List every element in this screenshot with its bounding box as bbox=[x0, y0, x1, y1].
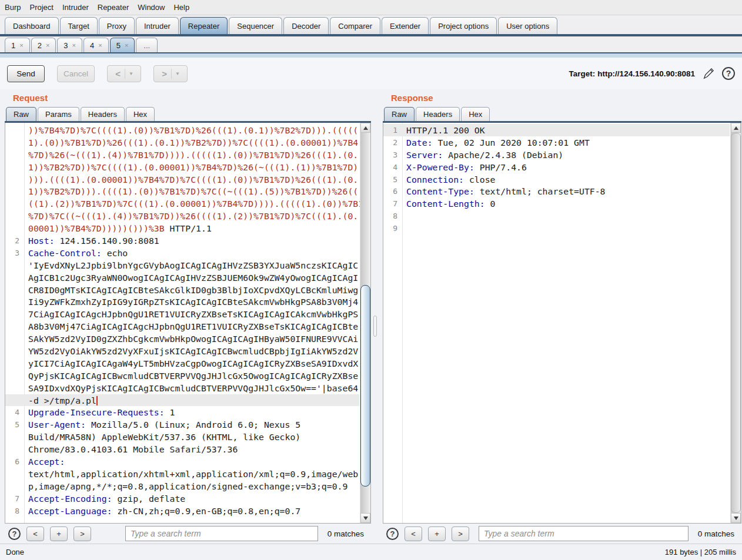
editor-line: 'IyEvdXNyL2Jpbi9lbnYgcGVybAogICAgICAgIHV… bbox=[5, 259, 359, 271]
repeater-tab-3[interactable]: 3× bbox=[57, 38, 82, 52]
line-text: ))).((((1).(0.00001))%7B4%7D)%7C((((1).(… bbox=[24, 175, 358, 185]
search-next-button[interactable]: > bbox=[73, 527, 91, 541]
line-text: Content-Type: text/html; charset=UTF-8 bbox=[402, 186, 606, 196]
repeater-tab-4[interactable]: 4× bbox=[83, 38, 109, 52]
tab-project-options[interactable]: Project options bbox=[430, 17, 497, 34]
scroll-up-button[interactable] bbox=[731, 123, 741, 133]
line-text: 'IyEvdXNyL2Jpbi9lbnYgcGVybAogICAgICAgIHV… bbox=[24, 260, 358, 270]
request-search-input[interactable] bbox=[125, 526, 318, 541]
tab-proxy[interactable]: Proxy bbox=[99, 17, 135, 34]
line-text: yICI7CiAgICAgICAgaW4yLT5mbHVzaCgpOwogICA… bbox=[24, 358, 358, 368]
response-search-input[interactable] bbox=[479, 526, 688, 541]
response-title: Response bbox=[383, 89, 741, 106]
search-prev-button[interactable]: < bbox=[405, 527, 422, 541]
editor-tab-hex[interactable]: Hex bbox=[461, 107, 490, 121]
editor-line: 6Content-Type: text/html; charset=UTF-8 bbox=[383, 185, 730, 197]
close-tab-icon[interactable]: × bbox=[125, 42, 128, 49]
search-next-button[interactable]: > bbox=[452, 527, 469, 541]
search-prev-button[interactable]: < bbox=[26, 527, 44, 541]
line-text: YW5zd2VyOiAkYW5zd2VyXFxuIjsKICAgICAgICBw… bbox=[24, 346, 358, 356]
editor-line: A8b3V0Mj47CiAgICAgICAgcHJpbnQgU1RET1VUIC… bbox=[5, 320, 359, 333]
search-add-button[interactable]: + bbox=[428, 527, 446, 541]
repeater-tab-label: 5 bbox=[116, 41, 121, 50]
request-match-count: 0 matches bbox=[324, 529, 367, 538]
tab-repeater[interactable]: Repeater bbox=[180, 17, 228, 34]
panel-divider[interactable] bbox=[371, 89, 379, 544]
line-number: 2 bbox=[5, 236, 24, 245]
next-request-button[interactable]: > ▼ bbox=[153, 65, 188, 82]
menu-intruder[interactable]: Intruder bbox=[62, 3, 89, 12]
editor-tab-headers[interactable]: Headers bbox=[416, 107, 460, 121]
scrollbar-thumb[interactable] bbox=[360, 285, 370, 487]
line-text: X-Powered-By: PHP/7.4.6 bbox=[402, 162, 527, 172]
repeater-tab-label: 1 bbox=[11, 41, 15, 50]
line-text: Content-Length: 0 bbox=[402, 199, 495, 209]
scrollbar-track[interactable] bbox=[360, 133, 370, 513]
send-button[interactable]: Send bbox=[7, 65, 45, 82]
editor-line: text/html,application/xhtml+xml,applicat… bbox=[5, 468, 359, 480]
new-repeater-tab[interactable]: ... bbox=[136, 38, 158, 52]
chevron-down-icon: ▼ bbox=[172, 71, 183, 76]
editor-tab-headers[interactable]: Headers bbox=[81, 107, 125, 121]
cancel-button[interactable]: Cancel bbox=[57, 65, 95, 82]
scroll-down-button[interactable] bbox=[731, 513, 741, 523]
menu-bar: BurpProjectIntruderRepeaterWindowHelp bbox=[0, 0, 742, 15]
edit-target-button[interactable] bbox=[702, 67, 715, 80]
tab-extender[interactable]: Extender bbox=[382, 17, 429, 34]
editor-line: 00001))%7B4%7D)))))()))%3B HTTP/1.1 bbox=[5, 222, 359, 234]
request-scrollbar[interactable] bbox=[360, 123, 370, 523]
target-url-label: Target: http://124.156.140.90:8081 bbox=[569, 69, 695, 78]
menu-help[interactable]: Help bbox=[173, 3, 189, 12]
tab-dashboard[interactable]: Dashboard bbox=[5, 17, 59, 34]
request-editor-lines: ))%7B4%7D)%7C((((1).(0))%7B1%7D)%26(((1)… bbox=[5, 124, 359, 523]
menu-burp[interactable]: Burp bbox=[5, 3, 21, 12]
scroll-up-button[interactable] bbox=[360, 123, 370, 133]
tab-user-options[interactable]: User options bbox=[498, 17, 557, 34]
request-search-bar: ? < + > 0 matches bbox=[5, 524, 371, 544]
line-text: User-Agent: Mozilla/5.0 (Linux; Android … bbox=[24, 420, 300, 430]
close-tab-icon[interactable]: × bbox=[98, 42, 102, 49]
close-tab-icon[interactable]: × bbox=[46, 42, 49, 49]
menu-window[interactable]: Window bbox=[138, 3, 165, 12]
scroll-down-button[interactable] bbox=[360, 513, 370, 523]
tab-target[interactable]: Target bbox=[60, 17, 98, 34]
editor-line: SA9IDxvdXQyPjsKICAgICAgICBwcmludCBTVERPV… bbox=[5, 382, 359, 394]
main-tab-bar: DashboardTargetProxyIntruderRepeaterSequ… bbox=[0, 15, 742, 34]
editor-tab-raw[interactable]: Raw bbox=[6, 107, 36, 121]
editor-tab-raw[interactable]: Raw bbox=[384, 107, 415, 121]
line-text: ((1).(2))%7B1%7D)%7C(((1).(0.00001))%7B4… bbox=[24, 199, 363, 209]
tab-decoder[interactable]: Decoder bbox=[283, 17, 329, 34]
editor-tab-params[interactable]: Params bbox=[38, 107, 79, 121]
tab-comparer[interactable]: Comparer bbox=[330, 17, 380, 34]
repeater-tab-1[interactable]: 1× bbox=[5, 38, 30, 52]
line-text: 1))%7B2%7D))%7C((((1).(0.00001))%7B4%7D)… bbox=[24, 162, 358, 172]
prev-request-button[interactable]: < ▼ bbox=[107, 65, 141, 82]
line-text: Server: Apache/2.4.38 (Debian) bbox=[402, 150, 563, 160]
response-scrollbar[interactable] bbox=[730, 123, 741, 523]
editor-line: 1))%7B2%7D))%7C((((1).(0.00001))%7B4%7D)… bbox=[5, 161, 359, 173]
repeater-tab-2[interactable]: 2× bbox=[31, 38, 56, 52]
arrow-up-icon bbox=[363, 126, 368, 130]
repeater-tab-label: 3 bbox=[63, 41, 68, 50]
repeater-help-button[interactable]: ? bbox=[722, 67, 735, 80]
subtab-accent-band bbox=[0, 53, 742, 58]
search-add-button[interactable]: + bbox=[50, 527, 68, 541]
line-text: Build/MRA58N) AppleWebKit/537.36 (KHTML,… bbox=[24, 432, 300, 442]
tab-intruder[interactable]: Intruder bbox=[136, 17, 179, 34]
repeater-tab-5[interactable]: 5× bbox=[110, 38, 135, 52]
tab-sequencer[interactable]: Sequencer bbox=[229, 17, 282, 34]
scrollbar-thumb[interactable] bbox=[731, 133, 741, 513]
search-help-icon[interactable]: ? bbox=[386, 528, 399, 540]
scrollbar-track[interactable] bbox=[731, 133, 741, 513]
editor-tab-hex[interactable]: Hex bbox=[126, 107, 155, 121]
close-tab-icon[interactable]: × bbox=[19, 42, 23, 49]
menu-repeater[interactable]: Repeater bbox=[98, 3, 129, 12]
search-help-icon[interactable]: ? bbox=[8, 528, 21, 540]
divider-grip-icon[interactable] bbox=[373, 316, 377, 337]
response-editor[interactable]: 1HTTP/1.1 200 OK2Date: Tue, 02 Jun 2020 … bbox=[383, 123, 741, 524]
editor-line: 7Content-Length: 0 bbox=[383, 197, 730, 210]
close-tab-icon[interactable]: × bbox=[72, 42, 76, 49]
response-match-count: 0 matches bbox=[694, 529, 738, 538]
request-editor[interactable]: ))%7B4%7D)%7C((((1).(0))%7B1%7D)%26(((1)… bbox=[5, 123, 371, 524]
menu-project[interactable]: Project bbox=[29, 3, 53, 12]
